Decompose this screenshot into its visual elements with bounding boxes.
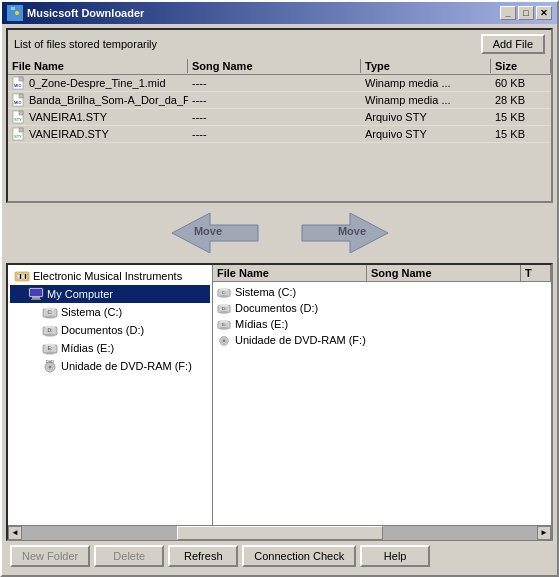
new-folder-button[interactable]: New Folder <box>10 545 90 567</box>
cell-type: Winamp media ... <box>361 75 491 91</box>
cell-filename: STY VANEIRA1.STY <box>8 109 188 125</box>
tree-item-label: Sistema (C:) <box>61 306 122 318</box>
svg-point-38 <box>45 352 55 355</box>
instrument-icon <box>14 268 30 284</box>
fp-col-type: T <box>521 265 551 281</box>
bottom-section: Electronic Musical Instruments My Comput… <box>6 263 553 541</box>
svg-text:D:: D: <box>222 306 226 311</box>
svg-text:D:: D: <box>48 327 53 333</box>
fp-col-songname: Song Name <box>367 265 521 281</box>
file-table: File Name Song Name Type Size MID <box>8 58 551 201</box>
file-panel: File Name Song Name T C: Siste <box>213 265 551 525</box>
move-left-button[interactable]: Move <box>170 211 260 255</box>
svg-rect-27 <box>32 297 40 299</box>
help-button[interactable]: Help <box>360 545 430 567</box>
file-panel-item-label: Documentos (D:) <box>235 302 318 314</box>
move-right-button[interactable]: Move <box>300 211 390 255</box>
table-row[interactable]: STY VANEIRA1.STY ---- Arquivo STY 15 KB <box>8 109 551 126</box>
svg-point-42 <box>49 366 52 369</box>
svg-point-30 <box>45 316 55 319</box>
tree-item-f[interactable]: DVD Unidade de DVD-RAM (F:) <box>10 357 210 375</box>
tree-item-label: Electronic Musical Instruments <box>33 270 182 282</box>
col-songname: Song Name <box>188 59 361 73</box>
svg-text:STY: STY <box>14 134 22 139</box>
refresh-button[interactable]: Refresh <box>168 545 238 567</box>
svg-rect-13 <box>19 128 23 132</box>
table-row[interactable]: MID Banda_Brilha_Som-A_Dor_da_Pai... ---… <box>8 92 551 109</box>
tree-item-instruments[interactable]: Electronic Musical Instruments <box>10 267 210 285</box>
cell-size: 15 KB <box>491 109 551 125</box>
table-row[interactable]: MID 0_Zone-Despre_Tine_1.mid ---- Winamp… <box>8 75 551 92</box>
fp-col-filename: File Name <box>213 265 367 281</box>
tree-item-label: Documentos (D:) <box>61 324 144 336</box>
cell-song: ---- <box>188 92 361 108</box>
add-file-button[interactable]: Add File <box>481 34 545 54</box>
disk-icon: E: <box>42 340 58 356</box>
disk-icon: D: <box>42 322 58 338</box>
scroll-thumb[interactable] <box>177 526 383 540</box>
horizontal-scrollbar[interactable]: ◄ ► <box>8 525 551 539</box>
svg-text:Move: Move <box>337 225 365 237</box>
delete-button[interactable]: Delete <box>94 545 164 567</box>
file-panel-item-label: Mídias (E:) <box>235 318 288 330</box>
svg-rect-23 <box>25 274 26 279</box>
top-file-panel: List of files stored temporarily Add Fil… <box>6 28 553 203</box>
cell-size: 28 KB <box>491 92 551 108</box>
cell-size: 60 KB <box>491 75 551 91</box>
disk-icon: E: <box>217 317 231 331</box>
tree-item-d[interactable]: D: Documentos (D:) <box>10 321 210 339</box>
disk-icon: C: <box>217 285 231 299</box>
cell-song: ---- <box>188 126 361 142</box>
cell-filename: MID 0_Zone-Despre_Tine_1.mid <box>8 75 188 91</box>
file-panel-item-label: Sistema (C:) <box>235 286 296 298</box>
svg-rect-10 <box>19 111 23 115</box>
mid-file-icon: MID <box>12 93 26 107</box>
connection-check-button[interactable]: Connection Check <box>242 545 356 567</box>
main-window: Musicsoft Downloader _ □ ✕ List of files… <box>0 0 559 577</box>
svg-text:MID: MID <box>14 83 21 88</box>
col-size: Size <box>491 59 551 73</box>
close-button[interactable]: ✕ <box>536 6 552 20</box>
tree-item-c[interactable]: C: Sistema (C:) <box>10 303 210 321</box>
scroll-right-button[interactable]: ► <box>537 526 551 540</box>
sty-file-icon: STY <box>12 110 26 124</box>
mid-file-icon: MID <box>12 76 26 90</box>
tree-item-e[interactable]: E: Mídias (E:) <box>10 339 210 357</box>
file-panel-item-label: Unidade de DVD-RAM (F:) <box>235 334 366 346</box>
col-filename: File Name <box>8 59 188 73</box>
scroll-track[interactable] <box>22 526 537 540</box>
svg-text:Move: Move <box>193 225 221 237</box>
col-type: Type <box>361 59 491 73</box>
svg-rect-21 <box>20 274 21 279</box>
table-header: File Name Song Name Type Size <box>8 58 551 75</box>
top-toolbar: List of files stored temporarily Add Fil… <box>8 30 551 58</box>
file-panel-row[interactable]: C: Sistema (C:) <box>215 284 549 300</box>
table-body: MID 0_Zone-Despre_Tine_1.mid ---- Winamp… <box>8 75 551 143</box>
svg-point-58 <box>223 340 226 343</box>
sty-file-icon: STY <box>12 127 26 141</box>
file-panel-header: File Name Song Name T <box>213 265 551 282</box>
svg-rect-1 <box>11 7 15 10</box>
file-panel-row[interactable]: Unidade de DVD-RAM (F:) <box>215 332 549 348</box>
cell-song: ---- <box>188 75 361 91</box>
file-panel-row[interactable]: D: Documentos (D:) <box>215 300 549 316</box>
svg-text:C:: C: <box>48 309 53 315</box>
minimize-button[interactable]: _ <box>500 6 516 20</box>
svg-rect-22 <box>22 274 24 279</box>
svg-point-34 <box>45 334 55 337</box>
computer-icon <box>28 286 44 302</box>
svg-rect-20 <box>17 274 19 279</box>
cell-type: Winamp media ... <box>361 92 491 108</box>
svg-text:C:: C: <box>222 290 226 295</box>
tree-item-mycomputer[interactable]: My Computer <box>10 285 210 303</box>
table-row[interactable]: STY VANEIRAD.STY ---- Arquivo STY 15 KB <box>8 126 551 143</box>
dvd-icon: DVD <box>42 358 58 374</box>
scroll-left-button[interactable]: ◄ <box>8 526 22 540</box>
svg-rect-28 <box>31 299 41 300</box>
file-panel-row[interactable]: E: Mídias (E:) <box>215 316 549 332</box>
arrows-panel: Move Move <box>6 203 553 263</box>
svg-text:E:: E: <box>48 345 53 351</box>
svg-text:E:: E: <box>222 322 226 327</box>
maximize-button[interactable]: □ <box>518 6 534 20</box>
cell-size: 15 KB <box>491 126 551 142</box>
